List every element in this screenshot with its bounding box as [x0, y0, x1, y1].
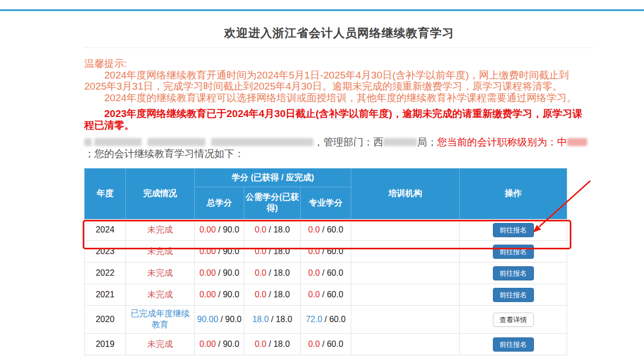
table-row-2023: 2023 未完成 0.00 / 90.0 0.0 / 18.0 0.0 / 60… — [85, 241, 567, 263]
total-credits-cell: 0.00 / 90.0 — [195, 284, 244, 306]
public-credits-cell: 0.0 / 18.0 — [244, 219, 301, 241]
continuing-education-table: 年度 完成情况 学分 (已获得 / 应完成) 培训机构 操作 总学分 公需学分(… — [84, 168, 567, 355]
col-header-org: 培训机构 — [351, 169, 460, 219]
professional-credits-cell: 0.0 / 60.0 — [301, 219, 351, 241]
col-header-total-credits: 总学分 — [195, 187, 244, 219]
status-cell: 已完成年度继续教育 — [126, 306, 195, 334]
main-content: 欢迎进入浙江省会计人员网络继续教育学习 温馨提示: 2024年度网络继续教育开通… — [84, 26, 594, 355]
notice-label: 温馨提示: — [84, 58, 594, 70]
user-info-line: ，管理部门：西局；您当前的会计职称级别为：中；您的会计继续教育学习情况如下： — [84, 137, 594, 159]
signup-button[interactable]: 前往报名 — [493, 223, 534, 237]
redacted-text — [94, 138, 142, 146]
professional-credits-cell: 72.0 / 60.0 — [301, 306, 351, 334]
signup-button[interactable]: 前往报名 — [493, 245, 534, 259]
professional-credits-cell: 0.0 / 60.0 — [301, 284, 351, 306]
table-row-2021: 2021 未完成 0.00 / 90.0 0.0 / 18.0 0.0 / 60… — [85, 284, 567, 306]
redacted-text — [211, 138, 313, 146]
signup-button[interactable]: 前往报名 — [493, 337, 534, 352]
professional-credits-cell: 0.0 / 60.0 — [301, 334, 351, 355]
year-cell: 2022 — [85, 263, 126, 284]
col-header-year: 年度 — [85, 169, 126, 219]
redacted-text-red — [567, 138, 587, 146]
action-cell: 前往报名 — [460, 263, 567, 284]
public-credits-cell: 0.0 / 18.0 — [244, 263, 301, 284]
status-cell: 未完成 — [126, 219, 195, 241]
training-org-cell — [351, 241, 460, 263]
total-credits-cell: 0.00 / 90.0 — [195, 219, 244, 241]
year-cell: 2023 — [85, 241, 126, 263]
title-divider — [84, 47, 594, 48]
notice-block: 温馨提示: 2024年度网络继续教育开通时间为2024年5月1日-2025年4月… — [84, 58, 594, 103]
year-cell: 2020 — [85, 306, 126, 334]
col-header-professional-credits: 专业学分 — [301, 187, 351, 219]
year-cell: 2021 — [85, 284, 126, 306]
total-credits-cell: 0.00 / 90.0 — [195, 241, 244, 263]
status-cell: 未完成 — [126, 334, 195, 355]
year-cell: 2024 — [85, 219, 126, 241]
signup-button[interactable]: 前往报名 — [493, 288, 534, 302]
col-header-credits-group: 学分 (已获得 / 应完成) — [195, 169, 351, 187]
public-credits-cell: 0.0 / 18.0 — [244, 334, 301, 355]
dept-suffix: 局； — [417, 137, 437, 148]
status-cell: 未完成 — [126, 263, 195, 284]
view-details-button[interactable]: 查看详情 — [493, 313, 534, 327]
public-credits-cell: 0.0 / 18.0 — [244, 284, 301, 306]
notice-paragraph-1: 2024年度网络继续教育开通时间为2024年5月1日-2025年4月30日(含补… — [84, 70, 594, 92]
table-row-2019: 2019 未完成 0.00 / 90.0 0.0 / 18.0 0.0 / 60… — [85, 334, 567, 355]
training-org-cell — [351, 306, 460, 334]
table-row-2024: 2024 未完成 0.00 / 90.0 0.0 / 18.0 0.0 / 60… — [85, 219, 567, 241]
action-cell: 前往报名 — [460, 241, 567, 263]
total-credits-cell: 0.00 / 90.0 — [195, 263, 244, 284]
info-suffix: ；您的会计继续教育学习情况如下： — [84, 148, 244, 159]
action-cell: 前往报名 — [460, 334, 567, 355]
col-header-public-credits: 公需学分(已获得) — [244, 187, 301, 219]
redacted-text — [84, 138, 92, 146]
status-cell: 未完成 — [126, 241, 195, 263]
status-cell: 未完成 — [126, 284, 195, 306]
total-credits-cell: 0.00 / 90.0 — [195, 334, 244, 355]
table-row-2022: 2022 未完成 0.00 / 90.0 0.0 / 18.0 0.0 / 60… — [85, 263, 567, 284]
redacted-text — [147, 138, 205, 146]
action-cell: 前往报名 — [460, 284, 567, 306]
professional-credits-cell: 0.0 / 60.0 — [301, 263, 351, 284]
professional-credits-cell: 0.0 / 60.0 — [301, 241, 351, 263]
title-level-text: 您当前的会计职称级别为：中 — [437, 137, 567, 148]
public-credits-cell: 18.0 / 18.0 — [244, 306, 301, 334]
redacted-text — [383, 138, 417, 146]
col-header-action: 操作 — [460, 169, 567, 219]
notice-paragraph-2: 2024年度的继续教育课程可以选择网络培训或面授培训，其他年度的继续教育补学课程… — [84, 92, 594, 104]
training-org-cell — [351, 263, 460, 284]
training-org-cell — [351, 334, 460, 355]
total-credits-cell: 90.00 / 90.0 — [195, 306, 244, 334]
training-org-cell — [351, 284, 460, 306]
action-cell: 前往报名 — [460, 219, 567, 241]
deadline-alert: 2023年度网络继续教育已于2024年4月30日截止(含补学以前年度)，逾期未完… — [84, 108, 594, 131]
public-credits-cell: 0.0 / 18.0 — [244, 241, 301, 263]
training-org-cell — [351, 219, 460, 241]
page-title: 欢迎进入浙江省会计人员网络继续教育学习 — [84, 26, 594, 41]
top-accent-line — [0, 9, 644, 11]
col-header-status: 完成情况 — [126, 169, 195, 219]
signup-button[interactable]: 前往报名 — [493, 266, 534, 280]
year-cell: 2019 — [85, 334, 126, 355]
table-row-2020: 2020 已完成年度继续教育 90.00 / 90.0 18.0 / 18.0 … — [85, 306, 567, 334]
action-cell: 查看详情 — [460, 306, 567, 334]
dept-label: ，管理部门：西 — [313, 137, 383, 148]
